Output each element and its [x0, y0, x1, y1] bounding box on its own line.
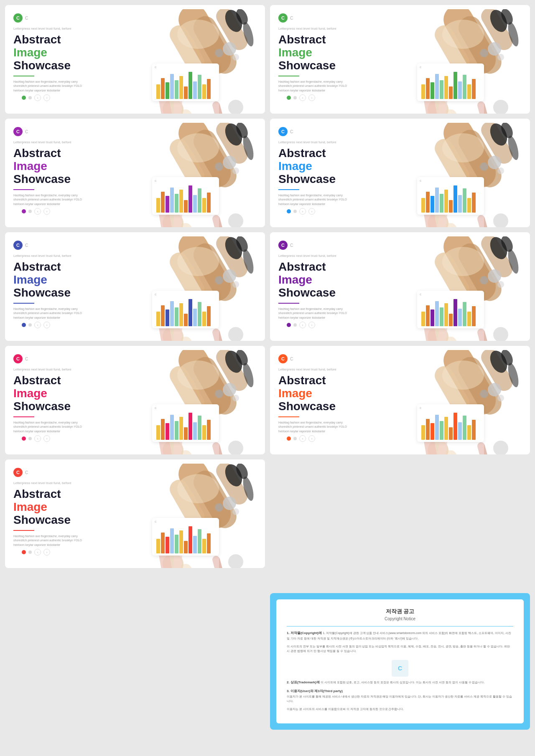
chart-label: C	[420, 180, 482, 182]
svg-rect-112	[440, 194, 443, 213]
bottom-controls: ‹ ›	[22, 208, 50, 215]
svg-point-160	[442, 247, 484, 276]
next-btn[interactable]: ›	[43, 549, 50, 556]
svg-rect-50	[431, 82, 434, 99]
chart-label: C	[420, 293, 482, 296]
svg-rect-139	[161, 305, 165, 326]
svg-rect-147	[198, 302, 201, 326]
svg-rect-56	[458, 81, 462, 99]
title-abstract: Abstract	[13, 261, 144, 274]
active-dot	[22, 436, 26, 441]
svg-rect-141	[170, 301, 174, 326]
logo-area: C C	[13, 241, 144, 250]
logo-area: C C	[278, 13, 409, 23]
card-grid: C C Letterpress next level trust fund, b…	[0, 0, 535, 735]
chart-mockup: C	[417, 63, 484, 101]
svg-rect-87	[198, 188, 201, 213]
card-left: C C Letterpress next level trust fund, b…	[278, 13, 413, 105]
card-8: C C Letterpress next level trust fund, b…	[270, 346, 530, 454]
prev-btn[interactable]: ‹	[34, 208, 41, 215]
card-left: C C Letterpress next level trust fund, b…	[13, 127, 148, 219]
next-btn[interactable]: ›	[43, 208, 50, 215]
tagline: Letterpress next level trust fund, befor…	[278, 27, 409, 31]
svg-rect-110	[431, 196, 434, 213]
svg-rect-82	[175, 194, 178, 213]
prev-btn[interactable]: ‹	[34, 322, 41, 328]
chart-mockup: C	[152, 518, 219, 556]
chart-label: C	[155, 66, 217, 68]
svg-rect-199	[161, 419, 165, 440]
svg-point-193	[228, 441, 243, 454]
chart-mockup: C	[417, 291, 484, 328]
svg-rect-177	[463, 302, 466, 326]
next-btn[interactable]: ›	[308, 435, 315, 442]
bottom-controls: ‹ ›	[287, 208, 315, 215]
title-image: Image	[13, 46, 144, 59]
title-abstract: Abstract	[13, 374, 144, 387]
card-7: C C Letterpress next level trust fund, b…	[5, 346, 265, 454]
logo-circle: C	[278, 354, 288, 363]
svg-rect-179	[472, 306, 476, 326]
chart-mockup: C	[417, 177, 484, 215]
svg-rect-234	[449, 427, 453, 440]
copyright-logo: C	[392, 660, 408, 677]
logo-circle: C	[13, 13, 23, 23]
card-right: C	[148, 354, 258, 446]
next-btn[interactable]: ›	[43, 435, 50, 442]
svg-point-69	[232, 167, 239, 174]
next-btn[interactable]: ›	[308, 94, 315, 101]
bottom-controls: ‹ ›	[22, 94, 50, 101]
next-btn[interactable]: ›	[43, 94, 50, 101]
prev-btn[interactable]: ‹	[34, 94, 41, 101]
title-showcase: Showcase	[13, 173, 144, 186]
prev-btn[interactable]: ‹	[34, 435, 41, 442]
svg-rect-262	[175, 535, 178, 553]
svg-rect-239	[472, 420, 476, 440]
svg-point-129	[232, 281, 239, 288]
svg-point-219	[497, 395, 504, 401]
prev-btn[interactable]: ‹	[299, 94, 306, 101]
svg-rect-208	[202, 425, 206, 440]
next-btn[interactable]: ›	[308, 322, 315, 328]
svg-rect-78	[156, 198, 160, 213]
svg-rect-89	[207, 193, 211, 213]
title-image: Image	[278, 160, 409, 173]
inactive-dot	[28, 551, 32, 554]
svg-point-39	[497, 54, 504, 61]
svg-rect-263	[179, 530, 183, 553]
prev-btn[interactable]: ‹	[34, 549, 41, 556]
copyright-subtitle: Copyright Notice	[385, 616, 415, 621]
svg-rect-117	[463, 188, 466, 213]
svg-rect-26	[193, 81, 197, 99]
logo-area: C C	[278, 241, 409, 250]
logo-circle: C	[278, 13, 288, 23]
svg-rect-28	[202, 84, 206, 99]
next-btn[interactable]: ›	[308, 208, 315, 215]
svg-point-37	[488, 42, 501, 56]
logo-text: C	[25, 357, 28, 361]
title-abstract: Abstract	[13, 147, 144, 160]
card-left: C C Letterpress next level trust fund, b…	[13, 468, 148, 560]
divider	[13, 303, 34, 304]
svg-rect-228	[421, 425, 425, 440]
tagline: Letterpress next level trust fund, befor…	[278, 140, 409, 145]
bottom-controls: ‹ ›	[22, 435, 50, 442]
description: Hashtag fashion axe fingerstache, everyd…	[13, 193, 89, 207]
tagline: Letterpress next level trust fund, befor…	[13, 368, 144, 372]
prev-btn[interactable]: ‹	[299, 208, 306, 215]
svg-rect-113	[444, 190, 448, 213]
title-image: Image	[13, 274, 144, 287]
copyright-divider	[287, 626, 513, 627]
card-left: C C Letterpress next level trust fund, b…	[13, 13, 148, 105]
card-9: C C Letterpress next level trust fund, b…	[5, 459, 265, 568]
logo-text: C	[290, 16, 293, 20]
svg-point-158	[480, 276, 488, 284]
svg-point-253	[228, 554, 243, 568]
logo-area: C C	[13, 127, 144, 136]
svg-rect-268	[202, 539, 206, 553]
prev-btn[interactable]: ‹	[299, 322, 306, 328]
next-btn[interactable]: ›	[43, 322, 50, 328]
logo-area: C C	[13, 354, 144, 363]
prev-btn[interactable]: ‹	[299, 435, 306, 442]
svg-rect-146	[193, 309, 197, 326]
